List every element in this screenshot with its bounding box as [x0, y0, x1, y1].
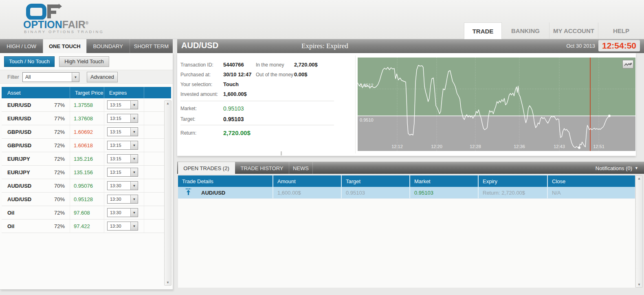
chevron-down-icon[interactable]: ▼ [130, 182, 138, 190]
high-yield-touch-button[interactable]: High Yield Touch [59, 56, 109, 67]
asset-list-scrollbar[interactable]: ▲ ▼ [164, 100, 171, 286]
optionfair-trading-page: OPTIONFAIR® BINARY OPTIONS TRADING TRADE… [0, 0, 644, 295]
chevron-down-icon: ▼ [635, 166, 638, 170]
asset-row-eur-jpy[interactable]: EUR/JPY72%135.15613:15▼ [2, 166, 171, 179]
touch-no-touch-button[interactable]: Touch / No Touch [4, 56, 55, 67]
open-trades-scrollbar[interactable]: ▲ ▼ [635, 175, 643, 288]
target-price: 135.216 [70, 152, 104, 165]
top-nav-my-account[interactable]: MY ACCOUNT [549, 22, 598, 39]
expiry-select-value: 13:30 [108, 183, 130, 188]
filter-label: Filter [7, 74, 19, 80]
column-header-target-price: Target Price [70, 87, 104, 98]
column-header-market: Market [409, 175, 478, 187]
expiry-select[interactable]: 13:30▼ [107, 181, 138, 190]
asset-cell: EUR/USD77% [2, 98, 70, 111]
open-trades-background [178, 199, 635, 288]
invested-label: Invested amount: [180, 91, 218, 97]
column-header-close: Close [547, 175, 635, 187]
brand-primary: OPTION [23, 19, 62, 30]
bottom-tab-trade-history[interactable]: TRADE HISTORY [235, 162, 289, 174]
expiry-select-value: 13:15 [108, 129, 130, 134]
asset-row-oil[interactable]: Oil72%97.42213:30▼ [2, 220, 171, 233]
notifications-toggle[interactable]: Notifications (0) ▼ [596, 162, 638, 174]
chevron-down-icon[interactable]: ▼ [130, 141, 138, 149]
chevron-down-icon[interactable]: ▼ [130, 195, 138, 203]
target-price: 97.422 [70, 220, 104, 233]
scroll-down-icon[interactable]: ▼ [165, 281, 171, 284]
expiry-select[interactable]: 13:15▼ [107, 127, 138, 136]
scroll-up-icon[interactable]: ▲ [165, 102, 171, 105]
asset-row-eur-jpy[interactable]: EUR/JPY72%135.21613:15▼ [2, 152, 171, 166]
column-header-asset: Asset [2, 87, 70, 98]
target-price: 97.608 [70, 206, 104, 219]
chevron-down-icon[interactable]: ▼ [130, 128, 138, 136]
filter-select[interactable]: All ▼ [22, 72, 79, 82]
chevron-down-icon[interactable]: ▼ [130, 168, 138, 176]
chevron-down-icon[interactable]: ▼ [130, 101, 138, 109]
svg-text:12:36: 12:36 [514, 144, 525, 149]
touch-up-arrow-icon [185, 188, 191, 197]
chart-type-button[interactable] [622, 60, 633, 69]
chevron-down-icon[interactable]: ▼ [130, 208, 138, 217]
advanced-button[interactable]: Advanced [87, 72, 118, 82]
chevron-down-icon[interactable]: ▼ [72, 73, 79, 82]
divider [355, 55, 356, 153]
asset-row-eur-usd[interactable]: EUR/USD77%1.3760813:15▼ [2, 112, 171, 125]
panel-resize-handle[interactable] [281, 151, 282, 155]
chevron-down-icon[interactable]: ▼ [130, 114, 138, 122]
chevron-down-icon[interactable]: ▼ [130, 222, 138, 230]
scroll-up-icon[interactable]: ▲ [636, 177, 642, 180]
expires-cell: 13:15▼ [104, 112, 144, 125]
top-nav-banking[interactable]: BANKING [501, 22, 549, 39]
brand-name: OPTIONFAIR® [23, 19, 88, 31]
expiry-select[interactable]: 13:30▼ [107, 208, 138, 217]
filter-select-value: All [23, 74, 72, 80]
asset-row-aud-usd[interactable]: AUD/USD70%0.9507613:30▼ [2, 179, 171, 193]
bottom-tab-news[interactable]: NEWS [289, 162, 313, 174]
svg-text:0.9512: 0.9512 [360, 83, 374, 88]
asset-row-aud-usd[interactable]: AUD/USD70%0.9512813:30▼ [2, 193, 171, 206]
trade-type-tabbar: HIGH / LOWONE TOUCHBOUNDARYSHORT TERM [0, 39, 173, 53]
expiry-select[interactable]: 13:30▼ [107, 195, 138, 204]
asset-row-gbp-usd[interactable]: GBP/USD72%1.6061813:15▼ [2, 139, 171, 152]
expiry-select[interactable]: 13:15▼ [107, 100, 138, 109]
asset-name: EUR/JPY [7, 156, 54, 162]
expires-cell: 13:15▼ [104, 166, 144, 179]
expires-cell: 13:15▼ [104, 152, 144, 165]
expiry-select[interactable]: 13:15▼ [107, 168, 138, 177]
expiry-select-value: 13:15 [108, 143, 130, 148]
expires-cell: 13:15▼ [104, 98, 144, 111]
trade-type-tab-high-low[interactable]: HIGH / LOW [0, 39, 43, 53]
expiry-select[interactable]: 13:15▼ [107, 154, 138, 163]
asset-row-eur-usd[interactable]: EUR/USD77%1.3755813:15▼ [2, 98, 171, 112]
trade-type-tab-one-touch[interactable]: ONE TOUCH [43, 39, 86, 53]
top-nav-help[interactable]: HELP [598, 22, 644, 39]
chevron-down-icon[interactable]: ▼ [130, 155, 138, 163]
open-trade-row[interactable]: AUD/USD1,600.00$0.951030.95103Return: 2,… [178, 187, 635, 199]
open-trade-detail-panel: Transaction ID: 5440766 In the money 2,7… [177, 53, 636, 156]
asset-cell: AUD/USD70% [2, 179, 70, 192]
trade-type-tab-short-term[interactable]: SHORT TERM [130, 39, 173, 53]
open-trades-table: Trade DetailsAmountTargetMarketExpiryClo… [178, 175, 635, 199]
bottom-tab-open-trades-2[interactable]: OPEN TRADES (2) [178, 162, 235, 174]
trade-market: 0.95103 [409, 187, 478, 198]
expiry-select[interactable]: 13:15▼ [107, 114, 138, 123]
trade-target: 0.95103 [341, 187, 409, 198]
payout-percent: 72% [54, 156, 70, 162]
optionfair-logo: OPTIONFAIR® BINARY OPTIONS TRADING [23, 2, 113, 35]
expiry-select[interactable]: 13:30▼ [107, 222, 138, 231]
scroll-down-icon[interactable]: ▼ [636, 283, 642, 286]
asset-cell: GBP/USD72% [2, 139, 70, 152]
asset-name: AUD/USD [7, 196, 54, 202]
expiry-select[interactable]: 13:15▼ [107, 141, 138, 150]
expiry-select-value: 13:30 [108, 224, 130, 228]
expiry-select-value: 13:15 [108, 170, 130, 175]
asset-row-oil[interactable]: Oil72%97.60813:30▼ [2, 206, 171, 220]
asset-row-gbp-usd[interactable]: GBP/USD72%1.6069213:15▼ [2, 125, 171, 139]
trade-type-tab-boundary[interactable]: BOUNDARY [86, 39, 130, 53]
target-value: 0.95103 [223, 116, 244, 122]
price-chart: 0.95120.951012:1212:2012:2812:3612:4312:… [358, 58, 635, 151]
expiry-select-value: 13:15 [108, 102, 130, 107]
brand-tagline: BINARY OPTIONS TRADING [24, 29, 104, 34]
top-nav-trade[interactable]: TRADE [464, 22, 501, 39]
